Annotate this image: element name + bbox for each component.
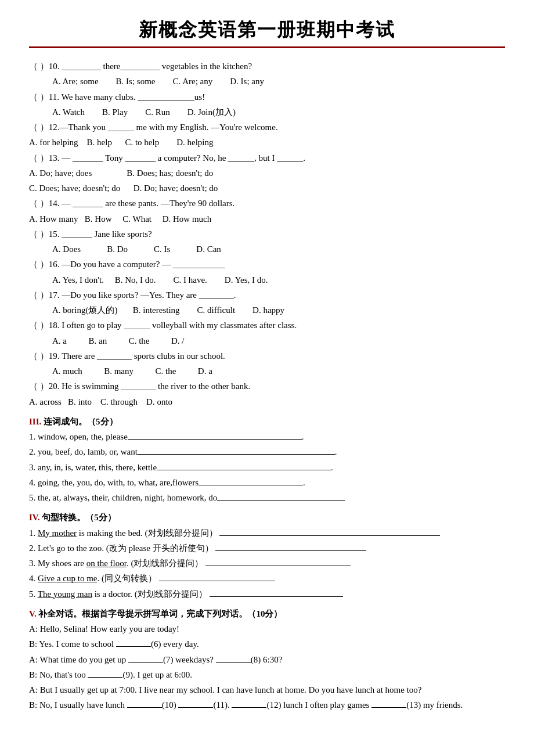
section5: V. 补全对话。根据首字母提示拼写单词，完成下列对话。（10分） A: Hell… (29, 606, 505, 713)
questions-section: （ ）10. _________ there_________ vegetabl… (29, 59, 505, 409)
q18-line: （ ）18. I often go to play ______ volleyb… (29, 318, 505, 333)
section3-header: III. 连词成句。（5分） (29, 414, 505, 429)
q12-options: A. for helping B. help C. to help D. hel… (29, 135, 505, 150)
q10-options: A. Are; some B. Is; some C. Are; any D. … (29, 74, 505, 89)
q13-line: （ ）13. — _______ Tony _______ a computer… (29, 150, 505, 165)
q11-options: A. Watch B. Play C. Run D. Join(加入) (29, 105, 505, 120)
section4-roman: IV. (29, 513, 40, 522)
s5-d1: A: Hello, Selina! How early you are toda… (29, 621, 505, 636)
q18-options: A. a B. an C. the D. / (29, 333, 505, 348)
title-divider (29, 46, 505, 48)
q13-options-b: C. Does; have; doesn't; do D. Do; have; … (29, 181, 505, 196)
s3-item1: 1. window, open, the, please. (29, 429, 505, 444)
q20-options: A. across B. into C. through D. onto (29, 394, 505, 409)
q20-line: （ ）20. He is swimming ________ the river… (29, 379, 505, 394)
s4-item1: 1. My mother is making the bed. (对划线部分提问… (29, 525, 505, 541)
s3-item5: 5. the, at, always, their, children, nig… (29, 490, 505, 505)
s5-d2: B: Yes. I come to school (6) every day. (29, 636, 505, 651)
q13-options-a: A. Do; have; does B. Does; has; doesn't;… (29, 165, 505, 181)
section3-roman: III. (29, 417, 41, 426)
q17-line: （ ）17. —Do you like sports? —Yes. They a… (29, 287, 505, 303)
s4-item2: 2. Let's go to the zoo. (改为 please 开头的祈使… (29, 541, 505, 556)
q16-options: A. Yes, I don't. B. No, I do. C. I have.… (29, 272, 505, 287)
q14-line: （ ）14. — _______ are these pants. —They'… (29, 196, 505, 211)
s4-item4: 4. Give a cup to me. (同义句转换） (29, 571, 505, 586)
q16-line: （ ）16. —Do you have a computer? — ______… (29, 257, 505, 272)
q15-line: （ ）15. _______ Jane like sports? (29, 226, 505, 242)
s3-item3: 3. any, in, is, water, this, there, kett… (29, 460, 505, 475)
section3: III. 连词成句。（5分） 1. window, open, the, ple… (29, 414, 505, 506)
section5-header: V. 补全对话。根据首字母提示拼写单词，完成下列对话。（10分） (29, 606, 505, 621)
q19-line: （ ）19. There are ________ sports clubs i… (29, 348, 505, 363)
section4-header: IV. 句型转换。（5分） (29, 510, 505, 525)
q17-options: A. boring(烦人的) B. interesting C. difficu… (29, 303, 505, 318)
q15-options: A. Does B. Do C. Is D. Can (29, 242, 505, 257)
section4: IV. 句型转换。（5分） 1. My mother is making the… (29, 510, 505, 602)
s4-item3: 3. My shoes are on the floor. (对划线部分提问） (29, 556, 505, 571)
q11-line: （ ）11. We have many clubs. _____________… (29, 89, 505, 105)
q10-line: （ ）10. _________ there_________ vegetabl… (29, 59, 505, 74)
s5-d6: B: No, I usually have lunch (10) (11). (… (29, 697, 505, 712)
s5-d4: B: No, that's too (9). I get up at 6:00. (29, 667, 505, 682)
s3-item2: 2. you, beef, do, lamb, or, want. (29, 444, 505, 459)
q19-options: A. much B. many C. the D. a (29, 363, 505, 379)
page-container: 新概念英语第一册班期中考试 （ ）10. _________ there____… (29, 17, 505, 713)
section5-roman: V. (29, 609, 37, 618)
s4-item5: 5. The young man is a doctor. (对划线部分提问） (29, 586, 505, 602)
q14-options: A. How many B. How C. What D. How much (29, 211, 505, 226)
s5-d5: A: But I usually get up at 7:00. I live … (29, 682, 505, 697)
page-title: 新概念英语第一册班期中考试 (29, 17, 505, 43)
s5-d3: A: What time do you get up (7) weekdays?… (29, 652, 505, 667)
q12-line: （ ）12.—Thank you ______ me with my Engli… (29, 120, 505, 135)
s3-item4: 4. going, the, you, do, with, to, what, … (29, 475, 505, 490)
